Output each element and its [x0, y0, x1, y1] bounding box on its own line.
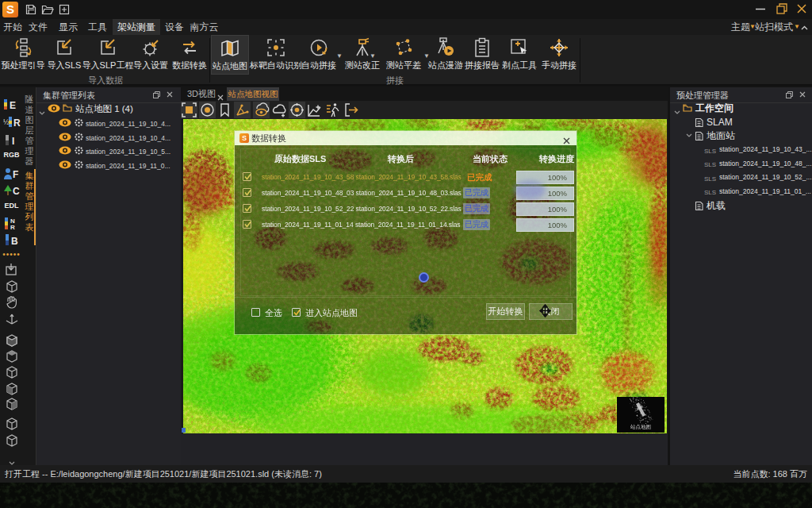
svg-text:B: B	[11, 236, 18, 247]
svg-text:C: C	[13, 186, 20, 197]
svg-text:站点地图: 站点地图	[630, 424, 651, 430]
svg-text:I: I	[12, 136, 14, 147]
svg-text:½: ½	[3, 118, 10, 126]
svg-text:E: E	[10, 100, 16, 111]
svg-text:F: F	[13, 169, 18, 180]
svg-text:R: R	[13, 117, 21, 129]
svg-text:R: R	[10, 224, 15, 230]
